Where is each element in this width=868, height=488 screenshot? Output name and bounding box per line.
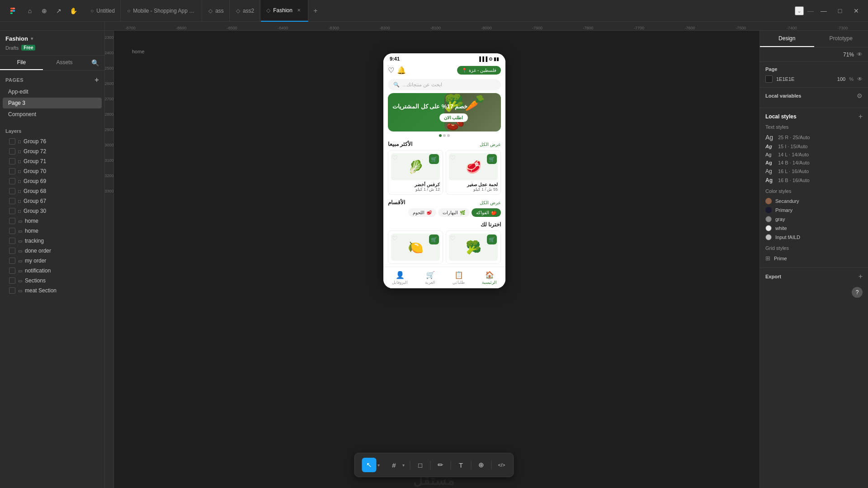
component-tool-btn[interactable]: ⊕ bbox=[474, 458, 489, 472]
grid-style-prime[interactable]: ⊞ Prime bbox=[765, 253, 863, 263]
close-btn[interactable]: ✕ bbox=[850, 5, 863, 17]
text-style-item-2[interactable]: Ag 14 L · 14/Auto bbox=[765, 150, 863, 159]
help-btn[interactable]: ? bbox=[852, 287, 863, 298]
picked-cart-0[interactable]: 🛒 bbox=[429, 235, 439, 244]
pen-tool-btn[interactable]: ✏ bbox=[434, 458, 448, 472]
product-cart-0[interactable]: 🛒 bbox=[429, 154, 439, 164]
grid-icon: ⊞ bbox=[765, 255, 770, 262]
categories-view-all[interactable]: عرض الكل bbox=[480, 200, 501, 205]
layer-done-order[interactable]: ▭ done order bbox=[0, 246, 104, 256]
eye-icon[interactable]: 👁 bbox=[857, 51, 863, 58]
layer-home2[interactable]: ▭ home bbox=[0, 226, 104, 236]
local-vars-btn[interactable]: ⚙ bbox=[857, 92, 863, 99]
toolbar-sep-3 bbox=[451, 460, 451, 469]
product-cart-1[interactable]: 🛒 bbox=[487, 154, 497, 164]
text-tool-btn[interactable]: T bbox=[454, 458, 468, 472]
figma-logo[interactable] bbox=[5, 4, 20, 18]
overflow-dropdown[interactable]: ⌄ bbox=[795, 6, 804, 15]
color-style-primary[interactable]: Primary bbox=[765, 206, 863, 215]
text-style-item-4[interactable]: Ag 16 L · 16/Auto bbox=[765, 167, 863, 176]
tab-assets[interactable]: Assets bbox=[43, 56, 86, 70]
favorite-icon[interactable]: ♡ bbox=[388, 66, 394, 75]
canvas-area[interactable]: 2300 2400 2500 2600 2700 2800 2900 3000 … bbox=[105, 31, 760, 488]
cursor-tool-group[interactable]: ↖ ▾ bbox=[359, 456, 382, 474]
nav-cart[interactable]: 🛒 العربة bbox=[425, 271, 435, 285]
layer-frame-icon: ▭ bbox=[18, 268, 22, 273]
page-color-swatch[interactable] bbox=[765, 75, 773, 83]
cat-chip-1[interactable]: 🌿 البهارات bbox=[438, 208, 470, 217]
nav-home[interactable]: 🏠 الرئيسية bbox=[482, 271, 497, 285]
categories-title: الأقسام bbox=[388, 199, 405, 206]
search-icon-btn[interactable]: ⊕ bbox=[38, 5, 51, 17]
layer-notification[interactable]: ▭ notification bbox=[0, 266, 104, 276]
layer-group67[interactable]: □ Group 67 bbox=[0, 196, 104, 206]
product-fav-1[interactable]: ♡ bbox=[450, 154, 456, 161]
tab-file[interactable]: File bbox=[0, 56, 43, 70]
location-btn[interactable]: 📍 فلسطين - غزة bbox=[457, 66, 501, 75]
cursor-tool-btn[interactable]: ↖ bbox=[362, 458, 377, 472]
right-tab-design[interactable]: Design bbox=[760, 31, 814, 47]
color-style-secandury[interactable]: Secandury bbox=[765, 197, 863, 206]
page-item-app-edit[interactable]: App-edit bbox=[3, 86, 102, 97]
color-style-gray[interactable]: gray bbox=[765, 215, 863, 224]
project-name[interactable]: Fashion ▾ bbox=[5, 35, 99, 42]
picked-fav-0[interactable]: ♡ bbox=[392, 235, 398, 242]
maximize-btn[interactable]: □ bbox=[834, 5, 846, 17]
cat-chip-2[interactable]: 🥩 اللحوم bbox=[408, 208, 436, 217]
nav-orders[interactable]: 📋 طلباتي bbox=[453, 271, 465, 285]
tab-fashion[interactable]: ◇ Fashion ✕ bbox=[261, 0, 308, 22]
frame-tool-btn[interactable]: # bbox=[387, 458, 401, 472]
tab-ass2[interactable]: ◇ ass2 bbox=[231, 0, 260, 22]
layer-home1[interactable]: ▭ home bbox=[0, 216, 104, 226]
text-style-item-0[interactable]: Ag 25 R · 25/Auto bbox=[765, 132, 863, 142]
export-add-btn[interactable]: + bbox=[859, 272, 863, 281]
minimize-btn[interactable]: — bbox=[817, 5, 830, 17]
layer-group30[interactable]: □ Group 30 bbox=[0, 206, 104, 216]
hand-icon-btn[interactable]: ✋ bbox=[67, 5, 80, 17]
sidebar-search-btn[interactable]: 🔍 bbox=[91, 59, 99, 66]
home-icon-btn[interactable]: ⌂ bbox=[24, 5, 36, 17]
picked-cart-1[interactable]: 🛒 bbox=[487, 235, 497, 244]
tab-ass[interactable]: ◇ ass bbox=[203, 0, 230, 22]
banner-cta-btn[interactable]: اطلب الان bbox=[439, 113, 468, 122]
cursor-icon-btn[interactable]: ↗ bbox=[52, 5, 65, 17]
pages-add-btn[interactable]: + bbox=[94, 76, 99, 84]
page-eye-icon[interactable]: 👁 bbox=[857, 76, 863, 82]
color-style-white[interactable]: white bbox=[765, 224, 863, 233]
text-style-item-1[interactable]: Ag 15 I · 15/Auto bbox=[765, 142, 863, 150]
layer-sections[interactable]: ▭ Sections bbox=[0, 276, 104, 286]
right-tab-prototype[interactable]: Prototype bbox=[814, 31, 868, 47]
cat-chip-0[interactable]: 🍎 الفواكه bbox=[472, 208, 501, 217]
picked-fav-1[interactable]: ♡ bbox=[450, 235, 456, 242]
page-item-component[interactable]: Component bbox=[3, 109, 102, 120]
notification-icon[interactable]: 🔔 bbox=[397, 66, 406, 75]
tab-untitled[interactable]: ○ Untitled bbox=[85, 0, 121, 22]
layer-group68[interactable]: □ Group 68 bbox=[0, 186, 104, 196]
add-style-btn[interactable]: + bbox=[859, 113, 863, 121]
phone-search[interactable]: ابحث عن منتجاتك... 🔍 bbox=[388, 79, 501, 90]
code-tool-btn[interactable]: </> bbox=[495, 458, 509, 472]
tab-mobile[interactable]: ○ Mobile - Shopping App UI (Communit bbox=[122, 0, 202, 22]
text-style-item-5[interactable]: Ag 16 B · 16/Auto bbox=[765, 176, 863, 185]
layer-my-order[interactable]: ▭ my order bbox=[0, 256, 104, 266]
layer-group70[interactable]: □ Group 70 bbox=[0, 166, 104, 176]
rect-tool-btn[interactable]: □ bbox=[413, 458, 428, 472]
layer-group71[interactable]: □ Group 71 bbox=[0, 156, 104, 166]
frame-tool-group[interactable]: # ▾ bbox=[384, 456, 407, 474]
page-item-page3[interactable]: Page 3 bbox=[3, 98, 102, 108]
nav-profile[interactable]: 👤 البروفايل bbox=[392, 271, 408, 285]
text-style-item-3[interactable]: Ag 14 B · 14/Auto bbox=[765, 159, 863, 167]
layer-tracking[interactable]: ▭ tracking bbox=[0, 236, 104, 246]
picked-title: اخترنا لك bbox=[481, 221, 501, 228]
layer-meat-section[interactable]: ▭ meat Section bbox=[0, 286, 104, 296]
layer-group69[interactable]: □ Group 69 bbox=[0, 176, 104, 186]
tab-add-btn[interactable]: + bbox=[309, 5, 322, 17]
phone-header: ♡ 🔔 📍 فلسطين - غزة bbox=[383, 63, 505, 77]
color-style-input-failed[interactable]: Input fAILD bbox=[765, 233, 863, 242]
layer-group76[interactable]: □ Group 76 bbox=[0, 136, 104, 146]
best-selling-view-all[interactable]: عرض الكل bbox=[480, 142, 501, 147]
tab-close-fashion[interactable]: ✕ bbox=[295, 7, 302, 14]
layer-group72[interactable]: □ Group 72 bbox=[0, 146, 104, 156]
product-fav-0[interactable]: ♡ bbox=[392, 154, 398, 161]
ruler-mark-5: -8200 bbox=[359, 26, 410, 30]
